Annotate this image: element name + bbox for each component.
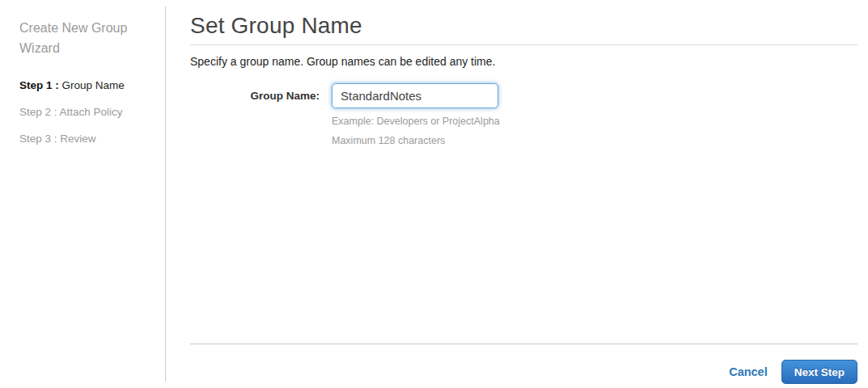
group-name-form-row: Group Name: Example: Developers or Proje… — [190, 83, 857, 148]
next-step-button[interactable]: Next Step — [781, 360, 857, 384]
step-label: Attach Policy — [57, 106, 123, 118]
step-number: Step 3 : — [19, 133, 57, 145]
step-label: Group Name — [59, 79, 125, 91]
page-description: Specify a group name. Group names can be… — [190, 55, 857, 68]
group-name-input[interactable] — [332, 83, 498, 108]
group-name-label: Group Name: — [190, 83, 332, 102]
group-name-hint-example: Example: Developers or ProjectAlpha — [332, 114, 500, 129]
wizard-title: Create New Group Wizard — [19, 18, 149, 58]
step-number: Step 1 : — [19, 79, 59, 91]
wizard-sidebar: Create New Group Wizard Step 1 : Group N… — [0, 6, 166, 382]
title-divider — [190, 44, 857, 45]
wizard-main-panel: Set Group Name Specify a group name. Gro… — [190, 0, 857, 148]
group-name-hint-max: Maximum 128 characters — [332, 133, 500, 148]
cancel-button[interactable]: Cancel — [729, 365, 768, 378]
sidebar-step-attach-policy[interactable]: Step 2 : Attach Policy — [19, 107, 149, 118]
step-number: Step 2 : — [19, 106, 57, 118]
step-label: Review — [57, 133, 96, 145]
footer-actions: Cancel Next Step — [729, 360, 857, 384]
wizard-steps: Step 1 : Group Name Step 2 : Attach Poli… — [19, 80, 149, 145]
sidebar-step-review[interactable]: Step 3 : Review — [19, 133, 149, 145]
sidebar-step-group-name[interactable]: Step 1 : Group Name — [19, 80, 149, 91]
page-title: Set Group Name — [190, 13, 857, 39]
group-name-field-column: Example: Developers or ProjectAlpha Maxi… — [332, 83, 500, 148]
footer-divider — [190, 344, 857, 344]
